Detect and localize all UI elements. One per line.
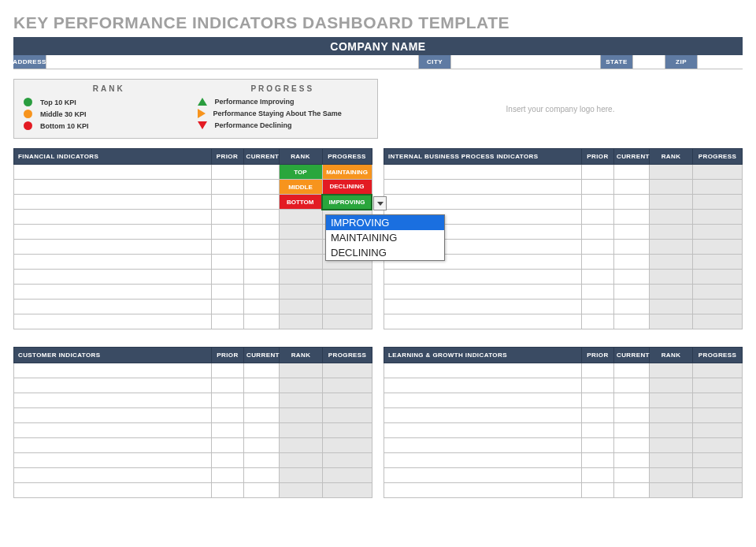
cell-prior[interactable]: [582, 255, 614, 270]
cell-name[interactable]: [14, 285, 212, 300]
cell-prior[interactable]: [211, 300, 243, 314]
cell-progress[interactable]: [693, 423, 743, 438]
cell-rank[interactable]: [650, 468, 693, 483]
cell-name[interactable]: [14, 300, 212, 314]
cell-prior[interactable]: [212, 438, 244, 453]
cell-progress[interactable]: [323, 363, 372, 378]
cell-current[interactable]: [614, 240, 650, 255]
cell-prior[interactable]: [212, 453, 244, 468]
cell-progress[interactable]: [693, 314, 743, 329]
cell-progress[interactable]: [693, 225, 743, 240]
cell-prior[interactable]: [582, 438, 614, 453]
cell-current[interactable]: [614, 393, 650, 408]
cell-rank[interactable]: [280, 468, 323, 483]
cell-rank[interactable]: [280, 363, 323, 378]
cell-rank[interactable]: [650, 408, 693, 423]
cell-name[interactable]: [14, 453, 212, 468]
cell-rank[interactable]: [279, 225, 322, 240]
cell-current[interactable]: [614, 468, 650, 483]
cell-name[interactable]: [384, 483, 582, 498]
cell-current[interactable]: [614, 165, 650, 180]
cell-name[interactable]: [14, 270, 212, 285]
cell-rank[interactable]: [279, 314, 322, 329]
cell-progress[interactable]: [693, 195, 743, 210]
cell-rank[interactable]: [650, 270, 693, 285]
cell-name[interactable]: [14, 468, 212, 483]
cell-progress[interactable]: [693, 285, 743, 300]
cell-progress[interactable]: MAINTAINING: [322, 165, 372, 180]
cell-name[interactable]: [384, 180, 582, 195]
cell-progress[interactable]: [693, 453, 743, 468]
cell-prior[interactable]: [582, 453, 614, 468]
cell-current[interactable]: [243, 300, 279, 314]
cell-name[interactable]: [384, 285, 582, 300]
cell-current[interactable]: [244, 378, 280, 393]
cell-rank[interactable]: [279, 255, 322, 270]
cell-name[interactable]: [384, 438, 582, 453]
cell-progress[interactable]: [323, 423, 372, 438]
cell-current[interactable]: [243, 270, 279, 285]
cell-rank[interactable]: [280, 408, 323, 423]
cell-progress[interactable]: [322, 270, 372, 285]
cell-current[interactable]: [614, 180, 650, 195]
cell-name[interactable]: [384, 300, 582, 314]
cell-rank[interactable]: [280, 423, 323, 438]
cell-current[interactable]: [243, 285, 279, 300]
cell-rank[interactable]: [280, 393, 323, 408]
cell-name[interactable]: [14, 195, 212, 210]
cell-name[interactable]: [14, 408, 212, 423]
cell-name[interactable]: [14, 165, 212, 180]
cell-progress[interactable]: [323, 393, 372, 408]
progress-dropdown[interactable]: IMPROVINGMAINTAININGDECLINING: [325, 214, 445, 261]
cell-rank[interactable]: [279, 240, 322, 255]
cell-current[interactable]: [244, 393, 280, 408]
cell-rank[interactable]: [650, 314, 693, 329]
cell-prior[interactable]: [211, 240, 243, 255]
cell-name[interactable]: [14, 363, 212, 378]
cell-name[interactable]: [14, 483, 212, 498]
cell-rank[interactable]: [650, 363, 693, 378]
cell-name[interactable]: [384, 165, 582, 180]
cell-name[interactable]: [14, 210, 212, 225]
cell-prior[interactable]: [582, 468, 614, 483]
cell-prior[interactable]: [211, 225, 243, 240]
cell-name[interactable]: [384, 378, 582, 393]
cell-current[interactable]: [614, 285, 650, 300]
cell-name[interactable]: [384, 393, 582, 408]
cell-progress[interactable]: [693, 270, 743, 285]
cell-progress[interactable]: [693, 483, 743, 498]
cell-name[interactable]: [384, 408, 582, 423]
cell-rank[interactable]: BOTTOM: [279, 195, 322, 210]
cell-rank[interactable]: [650, 285, 693, 300]
cell-current[interactable]: [614, 483, 650, 498]
cell-name[interactable]: [14, 255, 212, 270]
cell-prior[interactable]: [212, 408, 244, 423]
cell-rank[interactable]: [279, 300, 322, 314]
state-value[interactable]: [633, 55, 665, 69]
cell-rank[interactable]: [650, 210, 693, 225]
cell-progress[interactable]: [693, 408, 743, 423]
cell-progress[interactable]: [322, 300, 372, 314]
cell-rank[interactable]: [650, 378, 693, 393]
cell-rank[interactable]: [280, 483, 323, 498]
cell-prior[interactable]: [211, 195, 243, 210]
cell-progress[interactable]: DECLINING: [322, 180, 372, 195]
cell-name[interactable]: [384, 468, 582, 483]
cell-prior[interactable]: [211, 255, 243, 270]
cell-prior[interactable]: [582, 393, 614, 408]
dropdown-option[interactable]: IMPROVING: [326, 215, 444, 230]
cell-prior[interactable]: [212, 483, 244, 498]
cell-progress[interactable]: [693, 180, 743, 195]
cell-rank[interactable]: [279, 285, 322, 300]
cell-progress[interactable]: [693, 378, 743, 393]
cell-prior[interactable]: [582, 195, 614, 210]
cell-progress[interactable]: [693, 438, 743, 453]
cell-prior[interactable]: [582, 408, 614, 423]
cell-current[interactable]: [614, 270, 650, 285]
cell-current[interactable]: [244, 423, 280, 438]
cell-prior[interactable]: [582, 363, 614, 378]
cell-prior[interactable]: [582, 240, 614, 255]
cell-progress[interactable]: [693, 300, 743, 314]
cell-rank[interactable]: [650, 438, 693, 453]
cell-progress[interactable]: [323, 483, 372, 498]
